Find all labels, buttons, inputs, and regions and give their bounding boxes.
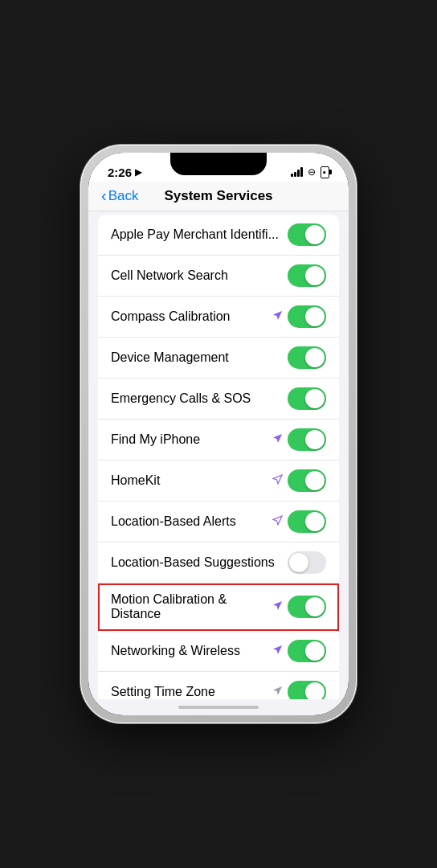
- row-right: [272, 510, 326, 533]
- row-label: Compass Calibration: [111, 309, 272, 324]
- row-label: Cell Network Search: [111, 268, 288, 283]
- row-right: [288, 346, 326, 369]
- row-right: [272, 428, 326, 451]
- list-row[interactable]: HomeKit: [98, 461, 339, 502]
- location-icon: [272, 600, 283, 614]
- row-label: Setting Time Zone: [111, 685, 272, 699]
- row-label: Device Management: [111, 350, 288, 365]
- notch: [170, 153, 267, 175]
- location-icon: [272, 685, 283, 699]
- list-row[interactable]: Find My iPhone: [98, 420, 339, 461]
- row-right: [272, 596, 326, 618]
- back-button[interactable]: ‹ Back: [101, 187, 138, 205]
- row-label: Networking & Wireless: [111, 644, 272, 658]
- row-label: Emergency Calls & SOS: [111, 391, 288, 406]
- signal-icon: [291, 167, 303, 177]
- home-indicator: [88, 699, 349, 715]
- row-right: [272, 681, 326, 699]
- list-row[interactable]: Setting Time Zone: [98, 672, 339, 699]
- status-icons: ⊖ ▪: [291, 166, 329, 178]
- back-chevron-icon: ‹: [101, 186, 107, 205]
- nav-title: System Services: [164, 188, 272, 204]
- row-right: [288, 223, 326, 246]
- toggle-switch[interactable]: [288, 223, 326, 246]
- row-label: Find My iPhone: [111, 432, 272, 447]
- location-icon: [272, 514, 283, 529]
- location-icon: [272, 473, 283, 488]
- list-row[interactable]: Location-Based Alerts: [98, 502, 339, 542]
- location-icon: [272, 432, 283, 447]
- toggle-switch[interactable]: [288, 264, 326, 287]
- time-display: 2:26: [108, 166, 132, 179]
- highlighted-list-row[interactable]: Motion Calibration & Distance: [98, 583, 339, 631]
- list-row[interactable]: Device Management: [98, 338, 339, 379]
- battery-icon: ▪: [321, 166, 329, 178]
- phone-frame: 2:26 ▶ ⊖ ▪: [80, 145, 357, 723]
- list-row[interactable]: Emergency Calls & SOS: [98, 379, 339, 420]
- list-row[interactable]: Compass Calibration: [98, 297, 339, 338]
- toggle-switch[interactable]: [288, 596, 326, 618]
- toggle-switch[interactable]: [288, 681, 326, 699]
- toggle-switch[interactable]: [288, 387, 326, 410]
- status-time: 2:26 ▶: [108, 166, 141, 179]
- toggle-switch[interactable]: [288, 551, 326, 574]
- list-row[interactable]: Cell Network Search: [98, 256, 339, 297]
- list-row[interactable]: Networking & Wireless: [98, 631, 339, 672]
- toggle-switch[interactable]: [288, 428, 326, 451]
- wifi-icon: ⊖: [308, 166, 316, 178]
- row-label: Location-Based Alerts: [111, 514, 272, 529]
- toggle-switch[interactable]: [288, 305, 326, 328]
- back-label: Back: [108, 188, 139, 204]
- row-right: [272, 305, 326, 328]
- toggle-switch[interactable]: [288, 640, 326, 662]
- row-label: Location-Based Suggestions: [111, 555, 288, 570]
- row-right: [272, 640, 326, 662]
- row-label: Apple Pay Merchant Identifi...: [111, 227, 288, 242]
- row-label: Motion Calibration & Distance: [111, 592, 272, 621]
- list-row[interactable]: Apple Pay Merchant Identifi...: [98, 215, 339, 256]
- row-right: [288, 264, 326, 287]
- toggle-switch[interactable]: [288, 346, 326, 369]
- home-bar: [178, 706, 259, 709]
- nav-bar: ‹ Back System Services: [88, 182, 349, 211]
- list-row[interactable]: Location-Based Suggestions: [98, 542, 339, 583]
- row-right: [288, 551, 326, 574]
- toggle-switch[interactable]: [288, 469, 326, 492]
- row-right: [272, 469, 326, 492]
- location-icon: [272, 644, 283, 658]
- row-right: [288, 387, 326, 410]
- content-area[interactable]: Apple Pay Merchant Identifi...Cell Netwo…: [88, 211, 349, 699]
- toggle-switch[interactable]: [288, 510, 326, 533]
- row-label: HomeKit: [111, 473, 272, 488]
- location-icon: [272, 309, 283, 324]
